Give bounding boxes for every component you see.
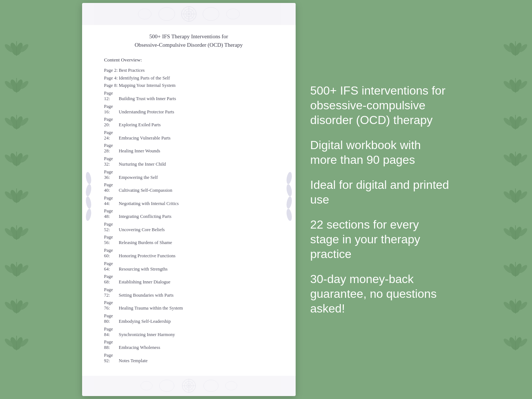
table-of-contents-item: Page 52:Uncovering Core Beliefs	[104, 220, 274, 234]
table-of-contents-item: Page 12:Building Trust with Inner Parts	[104, 89, 274, 103]
toc-title: Healing Trauma within the System	[119, 306, 183, 311]
table-of-contents-item: Page 88:Embracing Wholeness	[104, 338, 274, 352]
table-of-contents-item: Page 44:Negotiating with Internal Critic…	[104, 194, 274, 208]
toc-title: Exploring Exiled Parts	[119, 122, 161, 127]
info-text-3: Ideal for digital and printed use	[310, 177, 450, 207]
left-leaf-decoration	[0, 0, 33, 399]
svg-point-71	[159, 380, 174, 392]
info-text-2: Digital workbook with more than 90 pages	[310, 138, 450, 167]
doc-right-side-decoration	[285, 163, 294, 236]
main-content: 500+ IFS Therapy Interventions for Obses…	[33, 0, 499, 399]
toc-page-num: Page 24:	[104, 130, 119, 141]
info-text-4: 22 sections for every stage in your ther…	[310, 217, 450, 261]
table-of-contents-item: Page 48:Integrating Conflicting Parts	[104, 208, 274, 221]
table-of-contents-item: Page 4:Identifying Parts of the Self	[104, 74, 274, 82]
table-of-contents-item: Page 8:Mapping Your Internal System	[104, 82, 274, 90]
table-of-contents-item: Page 36:Empowering the Self	[104, 168, 274, 181]
toc-title: Negotiating with Internal Critics	[119, 201, 179, 206]
toc-title: Notes Template	[119, 358, 148, 363]
toc-label: Content Overview:	[104, 57, 274, 63]
toc-page-num: Page 12:	[104, 91, 119, 102]
toc-page-num: Page 88:	[104, 339, 119, 350]
toc-title: Releasing Burdens of Shame	[119, 240, 172, 245]
svg-point-58	[85, 196, 92, 209]
svg-point-54	[138, 9, 151, 19]
toc-page-num: Page 28:	[104, 143, 119, 154]
svg-point-72	[204, 380, 218, 392]
toc-title: Best Practices	[119, 68, 145, 73]
toc-page-num: Page 52:	[104, 222, 119, 233]
toc-page-num: Page 4:	[104, 75, 119, 81]
toc-title: Embracing Wholeness	[119, 345, 161, 350]
table-of-contents-item: Page 24:Embracing Vulnerable Parts	[104, 129, 274, 142]
table-of-contents-item: Page 80:Embodying Self-Leadership	[104, 312, 274, 325]
toc-page-num: Page 72:	[104, 287, 119, 298]
toc-title: Empowering the Self	[119, 175, 158, 180]
toc-title: Healing Inner Wounds	[119, 148, 161, 153]
info-text-1: 500+ IFS interventions for obsessive-com…	[310, 83, 450, 127]
toc-page-num: Page 40:	[104, 182, 119, 193]
table-of-contents-item: Page 16:Understanding Protector Parts	[104, 103, 274, 116]
toc-page-num: Page 16:	[104, 104, 119, 115]
doc-header-decoration	[82, 3, 296, 25]
doc-title-line2: Obsessive-Compulsive Disorder (OCD) Ther…	[135, 42, 243, 48]
svg-point-53	[203, 7, 219, 21]
svg-point-56	[85, 172, 92, 184]
info-text-5: 30-day money-back guarantee, no question…	[310, 272, 450, 316]
svg-point-52	[159, 7, 175, 21]
doc-left-side-decoration	[84, 163, 93, 236]
document-card: 500+ IFS Therapy Interventions for Obses…	[82, 3, 296, 396]
doc-footer-decoration	[82, 376, 296, 396]
toc-page-num: Page 32:	[104, 156, 119, 167]
toc-title: Setting Boundaries with Parts	[119, 293, 174, 298]
toc-page-num: Page 64:	[104, 261, 119, 272]
toc-page-num: Page 8:	[104, 83, 119, 88]
right-leaf-decoration	[499, 0, 532, 399]
toc-page-num: Page 2:	[104, 68, 119, 73]
table-of-contents-item: Page 60:Honoring Protective Functions	[104, 247, 274, 260]
info-panel: 500+ IFS interventions for obsessive-com…	[310, 76, 450, 323]
toc-title: Uncovering Core Beliefs	[119, 227, 165, 232]
table-of-contents-item: Page 56:Releasing Burdens of Shame	[104, 234, 274, 247]
table-of-contents-item: Page 28:Healing Inner Wounds	[104, 142, 274, 155]
document-title: 500+ IFS Therapy Interventions for Obses…	[104, 32, 274, 49]
toc-page-num: Page 60:	[104, 248, 119, 259]
toc-title: Identifying Parts of the Self	[119, 75, 170, 81]
toc-page-num: Page 92:	[104, 353, 119, 364]
svg-point-60	[286, 172, 293, 184]
toc-page-num: Page 68:	[104, 274, 119, 285]
toc-title: Establishing Inner Dialogue	[119, 279, 170, 285]
toc-page-num: Page 76:	[104, 300, 119, 311]
table-of-contents-item: Page 40:Cultivating Self-Compassion	[104, 181, 274, 194]
table-of-contents-item: Page 92:Notes Template	[104, 352, 274, 365]
table-of-contents-item: Page 84:Synchronizing Inner Harmony	[104, 325, 274, 339]
toc-title: Embodying Self-Leadership	[119, 319, 171, 324]
table-of-contents-item: Page 76:Healing Trauma within the System	[104, 299, 274, 313]
toc-page-num: Page 80:	[104, 313, 119, 324]
toc-title: Synchronizing Inner Harmony	[119, 332, 175, 337]
svg-point-74	[225, 381, 237, 390]
table-of-contents-item: Page 32:Nurturing the Inner Child	[104, 155, 274, 168]
toc-title: Honoring Protective Functions	[119, 253, 176, 258]
table-of-contents-item: Page 68:Establishing Inner Dialogue	[104, 273, 274, 286]
toc-page-num: Page 56:	[104, 234, 119, 246]
svg-point-63	[286, 208, 293, 221]
toc-page-num: Page 20:	[104, 117, 119, 128]
toc-page-num: Page 48:	[104, 208, 119, 219]
table-of-contents-item: Page 20:Exploring Exiled Parts	[104, 116, 274, 129]
table-of-contents: Page 2:Best PracticesPage 4:Identifying …	[104, 67, 274, 364]
document-body: 500+ IFS Therapy Interventions for Obses…	[82, 25, 296, 375]
toc-title: Embracing Vulnerable Parts	[119, 135, 171, 141]
svg-point-57	[85, 184, 92, 197]
toc-page-num: Page 84:	[104, 326, 119, 338]
toc-title: Mapping Your Internal System	[119, 83, 176, 88]
toc-title: Resourcing with Strengths	[119, 266, 168, 272]
toc-title: Understanding Protector Parts	[119, 109, 175, 114]
table-of-contents-item: Page 72:Setting Boundaries with Parts	[104, 286, 274, 299]
table-of-contents-item: Page 2:Best Practices	[104, 67, 274, 74]
toc-title: Cultivating Self-Compassion	[119, 188, 172, 193]
svg-point-55	[226, 9, 240, 19]
svg-point-59	[85, 208, 92, 221]
table-of-contents-item: Page 64:Resourcing with Strengths	[104, 260, 274, 273]
svg-point-73	[141, 381, 152, 390]
